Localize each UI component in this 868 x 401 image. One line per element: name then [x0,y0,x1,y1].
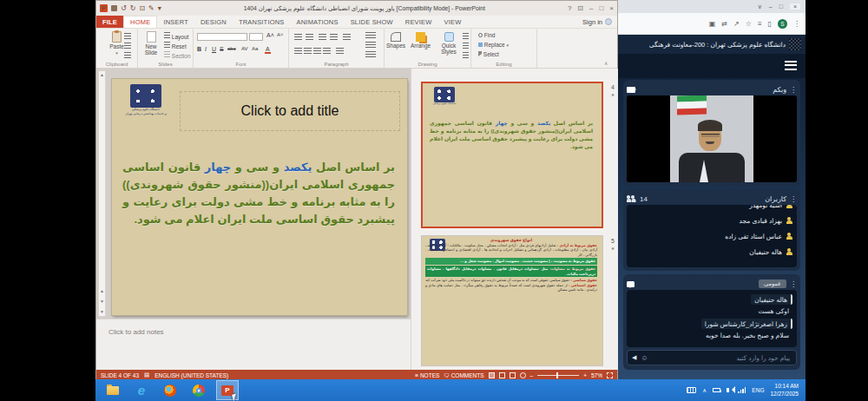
taskbar-chrome[interactable] [187,380,210,400]
new-slide-button[interactable]: New Slide [140,31,162,56]
decrease-indent-button[interactable] [319,34,326,41]
underline-button[interactable]: U [211,46,217,52]
increase-indent-button[interactable] [330,34,338,41]
comments-toggle[interactable]: 🗨 COMMENTS [444,372,483,378]
reading-view-button[interactable] [510,372,516,378]
maximize-button[interactable]: □ [599,4,603,12]
bold-button[interactable]: B [196,46,202,52]
slide-sorter-view-button[interactable] [499,372,505,378]
reading-list-icon[interactable]: ≡ [758,20,762,28]
tab-home[interactable]: HOME [123,16,157,28]
taskbar-internet-explorer[interactable]: e [130,380,153,400]
arrange-button[interactable]: Arrange [411,32,431,49]
side-panel-icon[interactable]: ▯ [768,20,772,28]
shrink-font-button[interactable]: A˅ [276,32,285,37]
zoom-out-button[interactable]: – [530,372,534,378]
speaker-icon[interactable] [727,388,729,392]
save-icon[interactable] [111,5,117,11]
zoom-percentage[interactable]: 57% [591,372,602,378]
user-list-item[interactable]: بهزاد قبادی مجد [627,213,797,228]
tab-dropdown-icon[interactable]: ∨ [758,3,762,10]
notes-toggle[interactable]: ≡ NOTES [415,372,439,378]
tab-insert[interactable]: INSERT [157,16,194,28]
line-spacing-button[interactable] [343,34,351,41]
user-list-item[interactable]: اسیه نومهدر [627,205,797,213]
browser-restore-button[interactable]: □ [779,3,783,10]
text-shadow-button[interactable]: abc [227,46,237,51]
replace-button[interactable]: Replace ▾ [478,42,509,48]
battery-icon[interactable] [713,388,720,392]
start-slideshow-icon[interactable]: ⊡ [139,4,145,12]
reset-button[interactable]: Reset [164,42,187,49]
fit-to-window-button[interactable] [607,372,613,378]
redo-icon[interactable]: ↻ [130,4,136,12]
taskbar-powerpoint-active[interactable]: P [216,380,239,400]
show-hidden-icons[interactable]: ∧ [702,387,707,394]
browser-minimize-button[interactable]: – [769,3,773,10]
users-kebab-icon[interactable]: ⋮ [790,195,797,203]
chat-messages[interactable]: هاله حنیفیان اوکی هست زهرا اصغرنژاد_کارش… [627,290,797,347]
thumbnail-slide-5[interactable]: انواع حقوق شهروندی حقوق مربوط به آزادی :… [421,235,603,366]
chat-kebab-icon[interactable]: ⋮ [790,280,797,288]
find-button[interactable]: Find [478,32,495,38]
align-center-button[interactable] [304,48,312,55]
media-control-icon[interactable]: ▣ [709,20,716,28]
scroll-up-icon[interactable]: ▲ [99,72,105,77]
columns-button[interactable] [336,48,344,55]
collapse-ribbon-icon[interactable]: ∧ [604,60,608,66]
italic-button[interactable]: I [204,46,207,52]
user-list-item[interactable]: هاله حنیفیان [627,244,797,260]
change-case-button[interactable]: Aa [251,46,259,51]
normal-view-button[interactable] [489,372,495,378]
slide-body-text[interactable]: بر اساس اصل یکصد و سی و چهار قانون اساسی… [122,159,395,228]
cut-button[interactable] [124,33,131,40]
zoom-slider-thumb[interactable] [556,372,558,378]
help-button[interactable]: ? [568,4,571,12]
undo-icon[interactable]: ↺ [121,4,127,12]
public-chat-tab[interactable]: عمومی [759,279,786,288]
browser-close-button[interactable]: × [790,3,800,10]
thumbnail-slide-4[interactable]: دانشگاه علوم پزشکی بر اساس اصل یکصد و سی… [421,82,603,228]
strikethrough-button[interactable]: S [219,46,225,52]
slideshow-view-button[interactable] [520,372,526,378]
align-right-button[interactable] [313,48,321,55]
layout-button[interactable]: Layout [164,32,188,40]
user-list-item[interactable]: عباس استاد تقی زاده [627,228,797,244]
browser-menu-kebab-icon[interactable]: ⋮ [793,20,800,28]
font-size-box[interactable] [249,33,263,41]
sign-in-button[interactable]: Sign in [582,16,617,28]
character-spacing-button[interactable]: AV [240,46,249,51]
translate-icon[interactable]: ⇄ [721,20,727,28]
shape-fill-button[interactable] [463,33,469,40]
format-painter-button[interactable] [124,52,131,59]
tab-animations[interactable]: ANIMATIONS [291,16,345,28]
slide-canvas[interactable]: دانشگاه علوم پزشکی و خدمات بهداشتی درمان… [112,79,407,315]
webcam-kebab-icon[interactable]: ⋮ [790,86,797,94]
network-signal-icon[interactable] [738,387,746,393]
users-list[interactable]: اسیه نومهدر بهزاد قبادی مجد عباس استاد ت… [627,205,797,267]
menu-hamburger-icon[interactable] [785,61,797,70]
bookmark-star-icon[interactable]: ☆ [746,20,752,28]
tab-design[interactable]: DESIGN [194,16,233,28]
taskbar-clock[interactable]: 10:14 AM 12/27/2025 [770,383,799,398]
webcam-video[interactable] [627,95,797,182]
section-button[interactable]: Section [164,51,191,59]
minimize-button[interactable]: – [589,4,593,12]
input-language[interactable]: ENG [752,387,764,393]
language-indicator[interactable]: ENGLISH (UNITED STATES) [155,372,228,378]
zoom-slider[interactable] [537,375,579,376]
numbering-button[interactable] [306,34,313,41]
notes-pane[interactable]: Click to add notes [96,319,411,370]
taskbar-firefox[interactable] [159,380,181,400]
shapes-button[interactable]: Shapes [386,32,405,49]
vertical-scrollbar[interactable]: ▲ ▲ ▼ ▼ [98,70,106,317]
select-button[interactable]: Select [478,51,499,57]
copy-button[interactable] [124,43,131,49]
font-name-box[interactable] [197,33,247,41]
grow-font-button[interactable]: A˄ [266,32,275,38]
ribbon-display-button[interactable]: ⊡ [577,4,583,12]
text-direction-button[interactable] [365,32,376,39]
chat-message-input[interactable] [653,353,792,363]
quick-styles-button[interactable]: Quick Styles [437,32,461,55]
shape-effects-button[interactable] [463,52,469,59]
